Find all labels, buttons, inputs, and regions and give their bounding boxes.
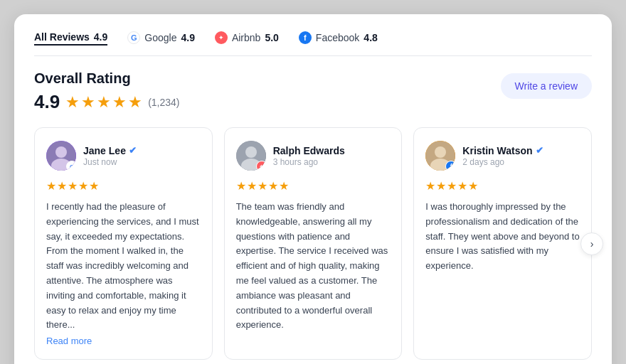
- next-arrow-button[interactable]: ›: [580, 232, 603, 255]
- jane-time: Just now: [83, 157, 201, 167]
- tab-google-label: Google: [144, 32, 176, 43]
- star-4: ★: [112, 93, 127, 112]
- avatar-kristin: f: [425, 141, 455, 171]
- ralph-platform-badge: ✦: [256, 161, 266, 171]
- tab-facebook[interactable]: f Facebook 4.8: [299, 31, 378, 46]
- tab-facebook-score: 4.8: [364, 32, 377, 43]
- overall-score: 4.9: [34, 91, 60, 113]
- star-5: ★: [128, 93, 142, 112]
- tab-airbnb-score: 5.0: [265, 32, 278, 43]
- tab-airbnb[interactable]: ✦ Airbnb 5.0: [215, 31, 279, 46]
- reviews-container: All Reviews 4.9 G Google 4.9 ✦ Airbnb 5.…: [14, 14, 612, 364]
- tab-all-reviews[interactable]: All Reviews 4.9: [34, 31, 107, 46]
- rating-row: 4.9 ★ ★ ★ ★ ★ (1,234): [34, 91, 180, 113]
- kristin-info: Kristin Watson ✔ 2 days ago: [462, 145, 580, 167]
- header-row: Overall Rating 4.9 ★ ★ ★ ★ ★ (1,234) Wri…: [34, 70, 592, 113]
- star-2: ★: [81, 93, 95, 112]
- jane-read-more[interactable]: Read more: [46, 336, 201, 346]
- svg-point-1: [55, 146, 67, 158]
- jane-info: Jane Lee ✔ Just now: [83, 145, 201, 167]
- star-3: ★: [97, 93, 111, 112]
- tab-google-score: 4.9: [181, 32, 194, 43]
- review-count: (1,234): [148, 97, 179, 108]
- kristin-stars: ★ ★ ★ ★ ★: [425, 179, 580, 193]
- kristin-platform-badge: f: [445, 161, 455, 171]
- jane-name: Jane Lee ✔: [83, 145, 201, 156]
- overall-rating-section: Overall Rating 4.9 ★ ★ ★ ★ ★ (1,234): [34, 70, 180, 113]
- review-card-kristin: f Kristin Watson ✔ 2 days ago ★ ★ ★: [413, 127, 592, 360]
- ralph-stars: ★ ★ ★ ★ ★: [236, 179, 391, 193]
- jane-platform-badge: G: [66, 161, 76, 171]
- avatar-jane: G: [46, 141, 76, 171]
- tab-google[interactable]: G Google 4.9: [127, 31, 195, 46]
- tab-bar: All Reviews 4.9 G Google 4.9 ✦ Airbnb 5.…: [34, 31, 592, 56]
- cards-wrapper: G Jane Lee ✔ Just now ★ ★ ★ ★: [34, 127, 592, 360]
- facebook-icon: f: [299, 31, 312, 44]
- overall-stars: ★ ★ ★ ★ ★: [65, 93, 142, 112]
- airbnb-icon: ✦: [215, 31, 228, 44]
- ralph-name: Ralph Edwards: [273, 145, 391, 156]
- tab-facebook-label: Facebook: [316, 32, 359, 43]
- review-card-jane: G Jane Lee ✔ Just now ★ ★ ★ ★: [34, 127, 213, 360]
- kristin-review-text: I was thoroughly impressed by the profes…: [425, 200, 580, 274]
- review-card-ralph: ✦ Ralph Edwards 3 hours ago ★ ★ ★ ★: [224, 127, 403, 360]
- tab-all-reviews-score: 4.9: [94, 31, 107, 43]
- ralph-time: 3 hours ago: [273, 157, 391, 167]
- reviewer-header-kristin: f Kristin Watson ✔ 2 days ago: [425, 141, 580, 171]
- svg-point-4: [245, 146, 257, 158]
- kristin-verified-icon: ✔: [536, 145, 543, 156]
- kristin-name: Kristin Watson ✔: [462, 145, 580, 156]
- reviewer-header-jane: G Jane Lee ✔ Just now: [46, 141, 201, 171]
- avatar-ralph: ✦: [236, 141, 266, 171]
- reviewer-header-ralph: ✦ Ralph Edwards 3 hours ago: [236, 141, 391, 171]
- ralph-info: Ralph Edwards 3 hours ago: [273, 145, 391, 167]
- tab-all-reviews-label: All Reviews: [34, 31, 90, 43]
- star-1: ★: [65, 93, 80, 112]
- google-icon: G: [127, 31, 140, 44]
- overall-rating-label: Overall Rating: [34, 70, 180, 87]
- jane-review-text: I recently had the pleasure of experienc…: [46, 200, 201, 333]
- jane-verified-icon: ✔: [129, 145, 137, 156]
- write-review-button[interactable]: Write a review: [501, 73, 592, 99]
- cards-row: G Jane Lee ✔ Just now ★ ★ ★ ★: [34, 127, 592, 360]
- svg-point-7: [435, 146, 446, 158]
- kristin-time: 2 days ago: [462, 157, 580, 167]
- tab-airbnb-label: Airbnb: [232, 32, 260, 43]
- jane-stars: ★ ★ ★ ★ ★: [46, 179, 201, 193]
- ralph-review-text: The team was friendly and knowledgeable,…: [236, 200, 391, 333]
